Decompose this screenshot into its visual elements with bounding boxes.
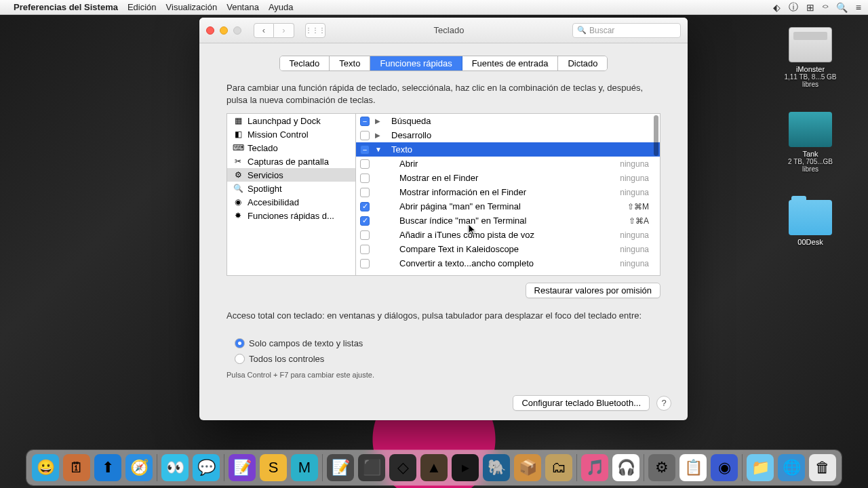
- radio-text-fields-only[interactable]: Solo campos de texto y listas: [226, 338, 660, 348]
- tab-texto[interactable]: Texto: [330, 56, 370, 70]
- desktop-drive-tank[interactable]: Tank 2 TB, 705...GB libres: [780, 112, 841, 173]
- dock-app[interactable]: 🎵: [581, 454, 608, 481]
- radio-on-icon: [235, 338, 245, 348]
- dock-app[interactable]: 🗑: [809, 454, 836, 481]
- dock-app[interactable]: 💬: [193, 454, 220, 481]
- shortcut-item[interactable]: Compare Text in Kaleidoscopeninguna: [356, 242, 660, 256]
- category-item[interactable]: ▦Launchpad y Dock: [227, 114, 355, 127]
- category-icon: 🔍: [233, 183, 243, 194]
- spotlight-icon[interactable]: 🔍: [836, 2, 848, 13]
- dock-app[interactable]: ▲: [420, 454, 448, 481]
- dock-app[interactable]: 🐘: [483, 454, 510, 481]
- shortcut-group[interactable]: −▶Búsqueda: [356, 114, 660, 128]
- checkbox[interactable]: [360, 188, 370, 197]
- dock-app[interactable]: ◇: [389, 454, 416, 481]
- radio-all-controls[interactable]: Todos los controles: [226, 354, 660, 364]
- dock-app[interactable]: ⬆: [94, 454, 121, 481]
- category-item[interactable]: ◉Accesibilidad: [227, 195, 355, 209]
- shortcut-item[interactable]: ✓Buscar índice "man" en Terminal⇧⌘A: [356, 214, 660, 228]
- menu-extra-icon[interactable]: ⊞: [806, 2, 814, 13]
- titlebar: ‹ › ⋮⋮⋮ Teclado 🔍 Buscar: [199, 18, 688, 43]
- category-item[interactable]: ⚙Servicios: [227, 168, 355, 182]
- checkbox[interactable]: [360, 259, 370, 268]
- search-input[interactable]: 🔍 Buscar: [572, 23, 681, 38]
- dock-app[interactable]: 📝: [327, 454, 354, 481]
- checkbox[interactable]: ✓: [360, 202, 370, 211]
- dock-app[interactable]: 📁: [747, 454, 774, 481]
- shortcut-list[interactable]: −▶Búsqueda▶Desarrollo−▼TextoAbrirninguna…: [355, 113, 660, 276]
- zoom-button[interactable]: [233, 26, 241, 35]
- back-button[interactable]: ‹: [254, 23, 274, 38]
- dock-app[interactable]: S: [260, 454, 287, 481]
- forward-button: ›: [274, 23, 294, 38]
- dock-app[interactable]: 🗓: [63, 454, 90, 481]
- minimize-button[interactable]: [220, 26, 228, 35]
- checkbox[interactable]: [360, 131, 370, 140]
- restore-defaults-button[interactable]: Restaurar valores por omisión: [526, 283, 660, 298]
- checkbox[interactable]: [360, 230, 370, 240]
- shortcut-item[interactable]: Mostrar información en el Finderninguna: [356, 185, 660, 199]
- show-all-button[interactable]: ⋮⋮⋮: [305, 23, 326, 38]
- dock: 😀🗓⬆🧭👀💬📝SM📝⬛◇▲▸🐘📦🗂🎵🎧⚙📋◉📁🌐🗑: [26, 450, 842, 485]
- shortcut-item[interactable]: Mostrar en el Finderninguna: [356, 171, 660, 185]
- category-list[interactable]: ▦Launchpad y Dock◧Mission Control⌨Teclad…: [226, 113, 355, 276]
- category-icon: ◉: [233, 197, 243, 207]
- cursor-icon: [468, 224, 477, 236]
- dock-app[interactable]: 😀: [32, 454, 59, 481]
- dock-app[interactable]: 📋: [679, 454, 707, 481]
- notification-center-icon[interactable]: ≡: [856, 2, 861, 13]
- dock-app[interactable]: 🌐: [778, 454, 805, 481]
- status-icon[interactable]: ⓘ: [789, 1, 798, 14]
- category-item[interactable]: ⌨Teclado: [227, 141, 355, 155]
- desktop-folder-00desk[interactable]: 00Desk: [780, 200, 841, 246]
- dropbox-icon[interactable]: ⬖: [773, 2, 781, 13]
- dock-app[interactable]: ⬛: [358, 454, 385, 481]
- dock-app[interactable]: 🧭: [125, 454, 153, 481]
- dock-app[interactable]: 👀: [161, 454, 189, 481]
- shortcut-group[interactable]: −▼Texto: [356, 142, 660, 157]
- category-item[interactable]: ✂Capturas de pantalla: [227, 155, 355, 168]
- checkbox[interactable]: [360, 159, 370, 169]
- category-item[interactable]: ✸Funciones rápidas d...: [227, 209, 355, 222]
- checkbox[interactable]: −: [360, 145, 370, 155]
- category-item[interactable]: 🔍Spotlight: [227, 182, 355, 195]
- desktop-drive-imonster[interactable]: iMonster 1,11 TB, 8...5 GB libres: [780, 27, 841, 88]
- bluetooth-keyboard-button[interactable]: Configurar teclado Bluetooth...: [513, 395, 650, 411]
- menu-edit[interactable]: Edición: [127, 2, 157, 12]
- close-button[interactable]: [206, 26, 214, 35]
- checkbox[interactable]: [360, 245, 370, 254]
- shortcut-group[interactable]: ▶Desarrollo: [356, 128, 660, 142]
- checkbox[interactable]: −: [360, 117, 370, 126]
- tab-teclado[interactable]: Teclado: [280, 56, 330, 70]
- tabs: TecladoTextoFunciones rápidasFuentes de …: [279, 56, 608, 71]
- dock-app[interactable]: ▸: [452, 454, 479, 481]
- dock-app[interactable]: 📝: [229, 454, 256, 481]
- dock-app[interactable]: 📦: [514, 454, 541, 481]
- wifi-icon[interactable]: ⌔: [823, 2, 828, 13]
- app-menu[interactable]: Preferencias del Sistema: [14, 2, 118, 12]
- disclosure-icon[interactable]: ▶: [375, 117, 382, 125]
- scrollbar[interactable]: [654, 115, 658, 156]
- shortcut-item[interactable]: Abrirninguna: [356, 157, 660, 171]
- category-item[interactable]: ◧Mission Control: [227, 127, 355, 141]
- checkbox[interactable]: ✓: [360, 216, 370, 226]
- disclosure-icon[interactable]: ▼: [375, 146, 382, 153]
- menu-window[interactable]: Ventana: [226, 2, 259, 12]
- tab-dictado[interactable]: Dictado: [558, 56, 607, 70]
- dock-app[interactable]: 🗂: [545, 454, 572, 481]
- tab-funciones-rápidas[interactable]: Funciones rápidas: [370, 56, 462, 70]
- shortcut-item[interactable]: Añadir a iTunes como pista de vozninguna: [356, 228, 660, 242]
- shortcut-item[interactable]: Convertir a texto...ancho completoningun…: [356, 256, 660, 270]
- disclosure-icon[interactable]: ▶: [375, 131, 382, 139]
- dock-app[interactable]: ◉: [711, 454, 738, 481]
- checkbox[interactable]: [360, 174, 370, 183]
- dock-app[interactable]: M: [291, 454, 318, 481]
- help-button[interactable]: ?: [656, 396, 671, 411]
- tab-fuentes-de-entrada[interactable]: Fuentes de entrada: [462, 56, 559, 70]
- category-icon: ✂: [233, 156, 243, 167]
- menu-view[interactable]: Visualización: [166, 2, 218, 12]
- dock-app[interactable]: ⚙: [648, 454, 675, 481]
- menu-help[interactable]: Ayuda: [269, 2, 294, 12]
- shortcut-item[interactable]: ✓Abrir página "man" en Terminal⇧⌘M: [356, 199, 660, 214]
- dock-app[interactable]: 🎧: [612, 454, 639, 481]
